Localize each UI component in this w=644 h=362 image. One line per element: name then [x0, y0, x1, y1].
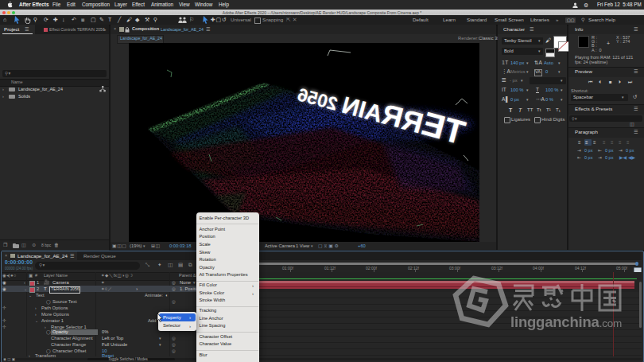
- svg-text:lingganchina.com: lingganchina.com: [510, 313, 622, 330]
